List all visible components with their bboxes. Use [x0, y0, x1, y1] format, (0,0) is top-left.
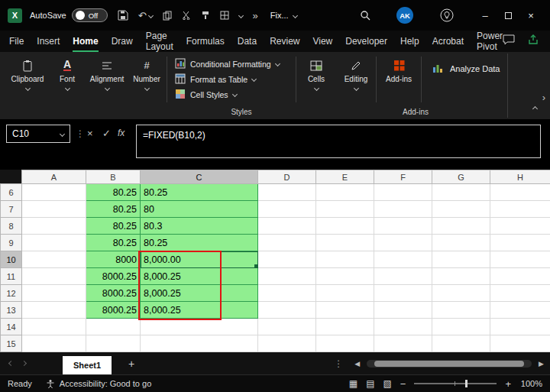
undo-button[interactable]: ↶	[138, 10, 153, 21]
row-header-9[interactable]: 9	[1, 235, 22, 251]
addins-button[interactable]: Add-ins	[377, 52, 421, 83]
row-header-10[interactable]: 10	[1, 251, 22, 268]
cell-G9[interactable]	[432, 235, 490, 251]
cell-B8[interactable]: 80.25	[86, 218, 141, 235]
cell-F12[interactable]	[374, 285, 432, 302]
cell-D14[interactable]	[258, 319, 316, 335]
page-layout-view-button[interactable]: ▤	[366, 378, 374, 389]
cell-F9[interactable]	[374, 235, 432, 251]
cell-C11[interactable]: 8,000.25	[141, 268, 258, 285]
ribbon-overflow-button[interactable]: ›	[542, 92, 545, 103]
cell-H11[interactable]	[490, 268, 550, 285]
zoom-in-button[interactable]: +	[505, 378, 511, 390]
cell-F8[interactable]	[374, 218, 432, 235]
minimize-button[interactable]: –	[474, 10, 497, 21]
row-header-11[interactable]: 11	[1, 268, 22, 285]
copy-icon[interactable]	[163, 11, 172, 21]
column-header-C[interactable]: C	[141, 170, 258, 184]
accessibility-status[interactable]: Accessibility: Good to go	[46, 379, 151, 389]
column-header-B[interactable]: B	[86, 170, 141, 184]
tabbar-options-icon[interactable]: ⋮	[334, 358, 343, 369]
cell-styles-button[interactable]: Cell Styles	[175, 88, 296, 101]
select-all-corner[interactable]	[1, 170, 22, 184]
clipboard-group-button[interactable]: Clipboard	[8, 52, 47, 90]
alignment-group-button[interactable]: Alignment	[87, 52, 127, 90]
cell-B7[interactable]: 80.25	[86, 201, 141, 218]
cell-H7[interactable]	[490, 201, 550, 218]
menu-tab-help[interactable]: Help	[400, 31, 419, 52]
cell-D12[interactable]	[258, 285, 316, 302]
row-header-14[interactable]: 14	[1, 319, 22, 335]
cell-C10[interactable]: 8,000.00	[141, 251, 258, 268]
cell-A12[interactable]	[22, 285, 86, 302]
cell-G6[interactable]	[432, 184, 490, 201]
scroll-right-button[interactable]: ▶	[539, 360, 544, 368]
search-button[interactable]	[360, 10, 370, 21]
conditional-formatting-button[interactable]: Conditional Formatting	[175, 57, 296, 70]
cell-B14[interactable]	[86, 319, 141, 335]
menu-tab-insert[interactable]: Insert	[37, 31, 60, 52]
zoom-slider[interactable]	[414, 383, 497, 384]
cell-A8[interactable]	[22, 218, 86, 235]
cell-E8[interactable]	[316, 218, 374, 235]
cell-H13[interactable]	[490, 302, 550, 319]
cell-A9[interactable]	[22, 235, 86, 251]
column-header-F[interactable]: F	[374, 170, 432, 184]
editing-group-button[interactable]: Editing	[336, 52, 376, 90]
new-sheet-button[interactable]: +	[128, 358, 134, 370]
cell-D13[interactable]	[258, 302, 316, 319]
qat-overflow-button[interactable]: »	[253, 10, 258, 21]
cell-A13[interactable]	[22, 302, 86, 319]
share-button[interactable]	[527, 34, 539, 48]
cell-B12[interactable]: 8000.25	[86, 285, 141, 302]
cell-E6[interactable]	[316, 184, 374, 201]
cell-H15[interactable]	[490, 335, 550, 352]
cell-F13[interactable]	[374, 302, 432, 319]
cell-B10[interactable]: 8000	[86, 251, 141, 268]
collapse-ribbon-button[interactable]	[533, 100, 537, 114]
number-group-button[interactable]: # Number	[127, 52, 167, 90]
autosave-toggle[interactable]: Off	[72, 8, 108, 22]
cell-G11[interactable]	[432, 268, 490, 285]
cell-E14[interactable]	[316, 319, 374, 335]
row-header-15[interactable]: 15	[1, 335, 22, 352]
cell-G7[interactable]	[432, 201, 490, 218]
cell-C15[interactable]	[141, 335, 258, 352]
column-header-D[interactable]: D	[258, 170, 316, 184]
cell-B11[interactable]: 8000.25	[86, 268, 141, 285]
cell-A14[interactable]	[22, 319, 86, 335]
normal-view-button[interactable]: ▦	[349, 378, 358, 389]
cell-C8[interactable]: 80.3	[141, 218, 258, 235]
page-break-view-button[interactable]: ▧	[383, 378, 391, 389]
cell-E13[interactable]	[316, 302, 374, 319]
cell-E7[interactable]	[316, 201, 374, 218]
cell-D11[interactable]	[258, 268, 316, 285]
column-header-H[interactable]: H	[490, 170, 550, 184]
cell-F7[interactable]	[374, 201, 432, 218]
cell-D6[interactable]	[258, 184, 316, 201]
cell-B6[interactable]: 80.25	[86, 184, 141, 201]
scroll-left-button[interactable]: ◀	[354, 360, 360, 368]
column-header-A[interactable]: A	[22, 170, 86, 184]
format-as-table-button[interactable]: Format as Table	[175, 73, 296, 86]
cell-C6[interactable]: 80.25	[141, 184, 258, 201]
borders-icon[interactable]	[220, 11, 229, 20]
row-header-13[interactable]: 13	[1, 302, 22, 319]
cell-E12[interactable]	[316, 285, 374, 302]
row-header-8[interactable]: 8	[1, 218, 22, 235]
cell-A10[interactable]	[22, 251, 86, 268]
maximize-button[interactable]	[497, 10, 519, 21]
cell-A11[interactable]	[22, 268, 86, 285]
prev-sheet-icon[interactable]	[8, 361, 14, 366]
cell-C7[interactable]: 80	[141, 201, 258, 218]
row-header-6[interactable]: 6	[1, 184, 22, 201]
cell-D7[interactable]	[258, 201, 316, 218]
cell-B15[interactable]	[86, 335, 141, 352]
cancel-button[interactable]: ×	[87, 128, 93, 139]
menu-tab-power-pivot[interactable]: Power Pivot	[477, 31, 503, 52]
cell-C13[interactable]: 8,000.25	[141, 302, 258, 319]
cell-E15[interactable]	[316, 335, 374, 352]
cell-H6[interactable]	[490, 184, 550, 201]
menu-tab-file[interactable]: File	[9, 31, 24, 52]
menu-tab-page-layout[interactable]: Page Layout	[146, 31, 173, 52]
